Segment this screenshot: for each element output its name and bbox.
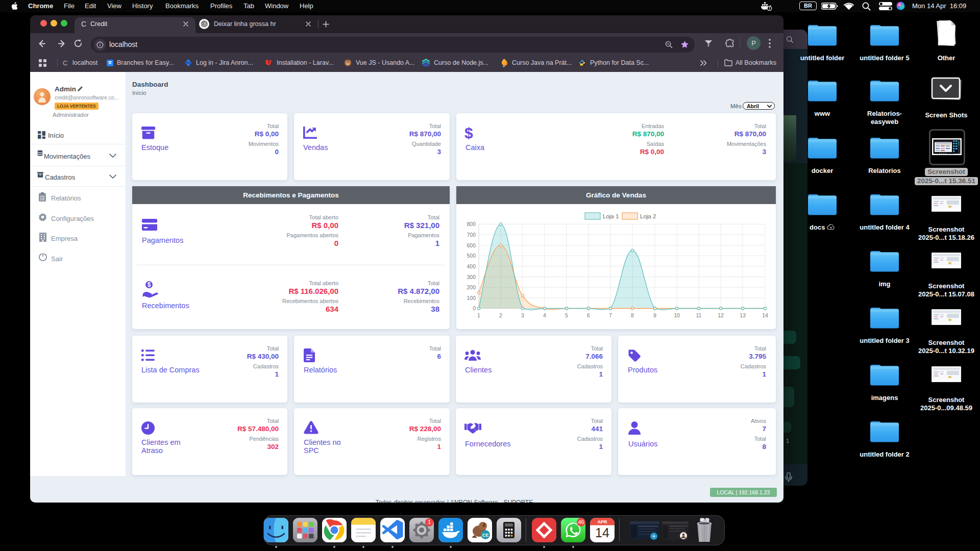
svg-text:800: 800 bbox=[467, 221, 476, 227]
svg-text:8: 8 bbox=[631, 312, 634, 318]
svg-text:11: 11 bbox=[696, 312, 702, 318]
svg-text:200: 200 bbox=[467, 284, 476, 290]
svg-text:7: 7 bbox=[609, 312, 612, 318]
svg-text:2: 2 bbox=[499, 312, 502, 318]
svg-text:1: 1 bbox=[428, 519, 431, 525]
svg-text:14: 14 bbox=[762, 312, 768, 318]
svg-text:14: 14 bbox=[595, 525, 609, 540]
svg-text:300: 300 bbox=[467, 274, 476, 280]
svg-text:600: 600 bbox=[467, 242, 476, 248]
svg-text:5: 5 bbox=[565, 312, 568, 318]
svg-text:46: 46 bbox=[578, 519, 584, 525]
svg-text:400: 400 bbox=[467, 263, 476, 269]
svg-text:12: 12 bbox=[718, 312, 724, 318]
svg-text:9: 9 bbox=[653, 312, 656, 318]
svg-text:13: 13 bbox=[740, 312, 746, 318]
svg-text:500: 500 bbox=[467, 253, 476, 259]
svg-text:1: 1 bbox=[477, 312, 480, 318]
svg-text:$: $ bbox=[148, 281, 151, 288]
svg-text:CE: CE bbox=[482, 533, 489, 538]
svg-text:10: 10 bbox=[674, 312, 680, 318]
svg-text:100: 100 bbox=[467, 295, 476, 301]
svg-text:0: 0 bbox=[473, 305, 476, 311]
svg-text:Loja 2: Loja 2 bbox=[640, 213, 656, 219]
svg-text:Loja 1: Loja 1 bbox=[603, 213, 619, 219]
svg-text:700: 700 bbox=[467, 232, 476, 238]
svg-text:3: 3 bbox=[521, 312, 524, 318]
svg-text:4: 4 bbox=[543, 312, 546, 318]
svg-text:APR: APR bbox=[597, 519, 607, 524]
svg-text:6: 6 bbox=[587, 312, 590, 318]
